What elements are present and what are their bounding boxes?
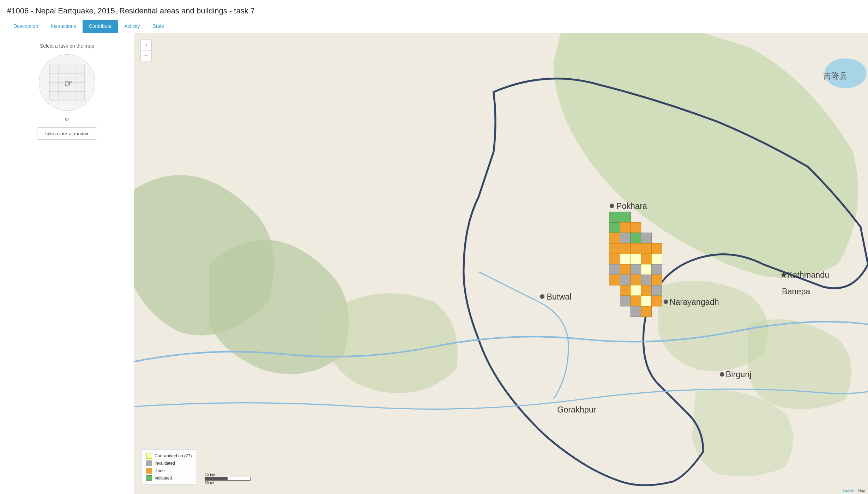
page-title: #1006 - Nepal Eartquake, 2015, Residenti… — [7, 6, 861, 16]
svg-rect-39 — [641, 275, 652, 285]
leaflet-link[interactable]: Leaflet — [843, 488, 855, 493]
legend-done: Done — [146, 468, 192, 474]
map-legend: Cur. worked on (27) Invalidated Done Val… — [141, 449, 197, 485]
svg-text:Narayangadh: Narayangadh — [670, 297, 719, 307]
scale-labels: 50 km — [205, 473, 215, 477]
legend-invalidated-color — [146, 460, 152, 466]
legend-validated-label: Validated — [155, 476, 172, 481]
scale-seg-2 — [228, 477, 250, 480]
svg-rect-44 — [652, 254, 662, 264]
svg-text:吉隆县: 吉隆县 — [823, 71, 848, 80]
legend-cur-worked: Cur. worked on (27) — [146, 453, 192, 459]
legend-done-color — [146, 468, 152, 474]
svg-point-49 — [610, 204, 614, 208]
svg-rect-22 — [620, 264, 631, 275]
legend-invalidated-label: Invalidated — [155, 461, 175, 466]
svg-text:Banepa: Banepa — [782, 287, 810, 296]
svg-rect-23 — [620, 275, 631, 285]
svg-rect-45 — [652, 264, 662, 275]
map-container[interactable]: Pokhara Butwal Narayangadh ★ Kathmandu B… — [134, 33, 868, 494]
svg-rect-47 — [652, 285, 662, 296]
tab-stats[interactable]: Stats — [146, 20, 170, 33]
leaflet-attribution: Leaflet | Map — [843, 488, 865, 493]
svg-rect-37 — [641, 254, 652, 264]
svg-rect-18 — [620, 222, 631, 233]
svg-rect-40 — [641, 285, 652, 296]
scale-bar-graphic — [205, 477, 251, 481]
svg-rect-12 — [610, 233, 620, 243]
scale-bar: 50 km 30 mi — [205, 473, 251, 485]
svg-rect-30 — [631, 264, 641, 275]
zoom-controls: + − — [140, 40, 152, 61]
legend-cur-worked-label: Cur. worked on (27) — [155, 453, 192, 458]
svg-text:Pokhara: Pokhara — [616, 201, 647, 211]
scale-km-label: 50 km — [205, 473, 215, 477]
svg-rect-36 — [641, 243, 652, 254]
page-header: #1006 - Nepal Eartquake, 2015, Residenti… — [0, 0, 868, 33]
svg-rect-28 — [631, 243, 641, 254]
svg-rect-11 — [610, 222, 620, 233]
svg-rect-43 — [652, 243, 662, 254]
svg-point-53 — [664, 300, 668, 304]
nav-tabs: Description Instructions Contribute Acti… — [7, 20, 861, 33]
tab-activity[interactable]: Activity — [118, 20, 146, 33]
legend-invalidated: Invalidated — [146, 460, 192, 466]
svg-rect-16 — [610, 275, 620, 285]
svg-rect-14 — [610, 254, 620, 264]
tab-description[interactable]: Description — [7, 20, 44, 33]
svg-rect-29 — [631, 254, 641, 264]
zoom-in-button[interactable]: + — [141, 40, 151, 50]
svg-point-51 — [540, 294, 544, 299]
svg-point-58 — [720, 372, 724, 377]
map-data-label: Map — [858, 488, 865, 493]
svg-text:★: ★ — [780, 270, 788, 279]
or-separator: or — [65, 116, 69, 122]
svg-rect-31 — [631, 275, 641, 285]
svg-rect-42 — [641, 306, 652, 317]
svg-rect-19 — [620, 233, 631, 243]
svg-rect-33 — [631, 296, 641, 306]
svg-text:Kathmandu: Kathmandu — [787, 270, 829, 279]
svg-rect-21 — [620, 254, 631, 264]
svg-text:☞: ☞ — [64, 78, 73, 89]
svg-rect-24 — [620, 285, 631, 296]
svg-rect-26 — [631, 222, 641, 233]
select-task-label: Select a task on the map — [40, 43, 94, 49]
svg-text:Gorakhpur: Gorakhpur — [557, 405, 596, 414]
legend-done-label: Done — [155, 468, 165, 473]
legend-validated: Validated — [146, 475, 192, 481]
svg-rect-15 — [610, 264, 620, 275]
svg-rect-48 — [652, 296, 662, 306]
svg-rect-10 — [610, 212, 620, 222]
tab-contribute[interactable]: Contribute — [83, 20, 118, 33]
scale-seg-1 — [205, 477, 228, 480]
svg-rect-32 — [631, 285, 641, 296]
svg-text:Butwal: Butwal — [547, 292, 571, 301]
scale-mi-label: 30 mi — [205, 481, 214, 485]
random-task-button[interactable]: Take a task at random — [37, 127, 97, 140]
svg-text:Birgunj: Birgunj — [726, 370, 752, 379]
svg-rect-46 — [652, 275, 662, 285]
sidebar: Select a task on the map ☞ or Take a tas… — [0, 33, 134, 494]
zoom-out-button[interactable]: − — [141, 50, 151, 61]
legend-validated-color — [146, 475, 152, 481]
task-map-circle[interactable]: ☞ — [39, 54, 95, 111]
svg-rect-13 — [610, 243, 620, 254]
svg-rect-17 — [620, 212, 631, 222]
svg-rect-25 — [620, 296, 631, 306]
svg-rect-35 — [641, 233, 652, 243]
svg-rect-38 — [641, 264, 652, 275]
main-content: Select a task on the map ☞ or Take a tas… — [0, 33, 868, 494]
svg-rect-41 — [641, 296, 652, 306]
legend-cur-worked-color — [146, 453, 152, 459]
tab-instructions[interactable]: Instructions — [44, 20, 83, 33]
svg-rect-27 — [631, 233, 641, 243]
svg-rect-20 — [620, 243, 631, 254]
svg-rect-34 — [631, 306, 641, 317]
